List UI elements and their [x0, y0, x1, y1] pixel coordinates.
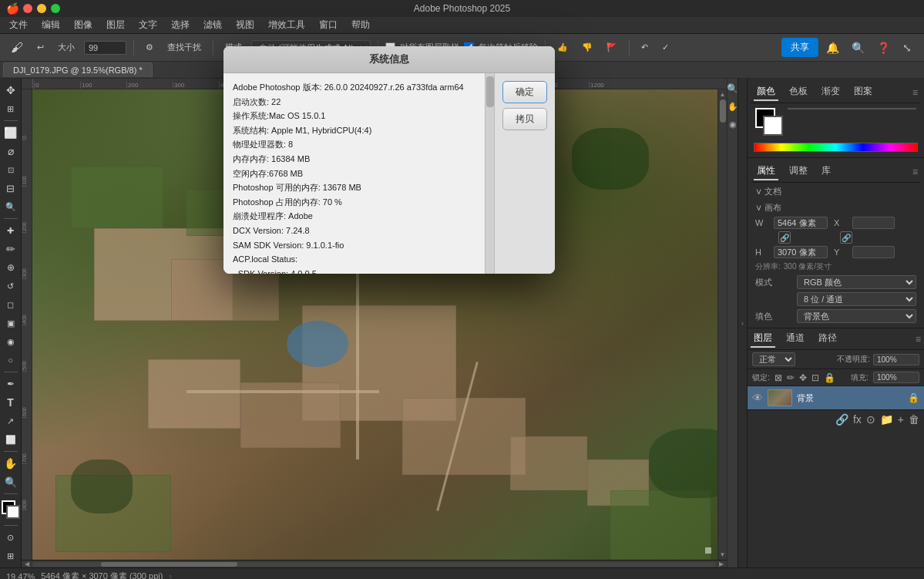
- brush-size-input[interactable]: [84, 41, 126, 55]
- blend-mode-select[interactable]: 正常: [752, 352, 795, 366]
- horizontal-scrollbar[interactable]: ◀ ▶: [22, 560, 727, 567]
- layer-item-background[interactable]: 👁 背景 🔒: [748, 386, 924, 409]
- tab-libraries[interactable]: 库: [818, 163, 834, 180]
- dialog-confirm-btn[interactable]: 确定: [502, 81, 547, 103]
- minimize-button[interactable]: [37, 4, 46, 13]
- mode-select[interactable]: RGB 颜色: [797, 275, 916, 289]
- opacity-input[interactable]: [873, 354, 919, 365]
- tab-swatches[interactable]: 色板: [786, 83, 811, 101]
- flag-btn[interactable]: 🚩: [602, 40, 622, 55]
- menu-view[interactable]: 视图: [230, 17, 260, 33]
- thumb-down-btn[interactable]: 👎: [577, 40, 597, 55]
- history-back-btn[interactable]: ↶: [637, 40, 653, 55]
- eyedropper-tool[interactable]: 🔍: [2, 198, 19, 215]
- spot-heal-tool[interactable]: ✚: [2, 222, 19, 239]
- undo-btn[interactable]: ↩: [32, 40, 49, 55]
- fill-input[interactable]: [873, 372, 919, 383]
- eraser-tool[interactable]: ◻: [2, 296, 19, 313]
- zoom-tool[interactable]: 🔍: [2, 473, 19, 490]
- expand-icon[interactable]: ⤡: [899, 40, 915, 56]
- canvas-icon-3[interactable]: ◉: [727, 118, 738, 131]
- notification-icon[interactable]: 🔔: [823, 40, 842, 56]
- crop-tool[interactable]: ⊟: [2, 180, 19, 197]
- layers-panel-menu[interactable]: ≡: [916, 334, 921, 345]
- tab-channels[interactable]: 通道: [783, 330, 808, 348]
- lock-all-icon[interactable]: 🔒: [824, 372, 835, 383]
- menu-text[interactable]: 文字: [133, 17, 163, 33]
- gradient-tool[interactable]: ▣: [2, 315, 19, 332]
- hscroll-thumb[interactable]: [101, 562, 237, 567]
- layer-mask-btn[interactable]: ⊙: [866, 413, 875, 426]
- hand-tool[interactable]: ✋: [2, 455, 19, 472]
- menu-image[interactable]: 图像: [68, 17, 99, 33]
- share-button[interactable]: 共享: [781, 38, 818, 57]
- maximize-button[interactable]: [51, 4, 60, 13]
- move-tool[interactable]: ✥: [2, 82, 19, 99]
- y-input[interactable]: [852, 246, 895, 258]
- screen-mode-tool[interactable]: ⊞: [2, 547, 19, 564]
- pen-tool[interactable]: ✒: [2, 375, 19, 392]
- menu-select[interactable]: 选择: [165, 17, 196, 33]
- rect-select-tool[interactable]: ⬜: [2, 124, 19, 141]
- menu-edit[interactable]: 编辑: [35, 17, 66, 33]
- layer-link-btn[interactable]: 🔗: [835, 413, 848, 426]
- menu-plugins[interactable]: 增效工具: [262, 17, 311, 33]
- menu-help[interactable]: 帮助: [345, 17, 376, 33]
- lock-aspect[interactable]: 🔗: [840, 231, 852, 244]
- width-input[interactable]: [774, 217, 828, 229]
- properties-panel-menu[interactable]: ≡: [912, 167, 918, 177]
- tab-gradient[interactable]: 渐变: [818, 83, 843, 101]
- object-select-tool[interactable]: ⊡: [2, 161, 19, 178]
- dialog-copy-btn[interactable]: 拷贝: [502, 108, 547, 130]
- brush-tool[interactable]: ✏: [2, 241, 19, 258]
- layer-new-btn[interactable]: +: [898, 413, 904, 426]
- search-icon[interactable]: 🔍: [848, 40, 868, 56]
- menu-window[interactable]: 窗口: [313, 17, 344, 33]
- settings-btn[interactable]: ⚙: [141, 40, 158, 55]
- background-swatch[interactable]: [763, 116, 783, 136]
- layer-delete-btn[interactable]: 🗑: [909, 413, 919, 426]
- color-panel-menu[interactable]: ≡: [912, 87, 918, 98]
- panel-collapse-tab[interactable]: ›: [738, 79, 747, 567]
- menu-filter[interactable]: 滤镜: [197, 17, 228, 33]
- dialog-scrollbar[interactable]: [485, 73, 494, 274]
- tab-paths[interactable]: 路径: [815, 330, 840, 348]
- color-gradient-picker[interactable]: [788, 108, 916, 109]
- layer-visibility-icon[interactable]: 👁: [752, 392, 763, 404]
- color-spectrum-bar[interactable]: [754, 143, 918, 152]
- blur-tool[interactable]: ◉: [2, 333, 19, 350]
- depth-select[interactable]: 8 位 / 通道: [797, 292, 916, 306]
- lock-paint-icon[interactable]: ✏: [787, 372, 795, 383]
- lasso-tool[interactable]: ⌀: [2, 143, 19, 160]
- vertical-scrollbar[interactable]: ▲ ▼: [717, 89, 727, 560]
- history-brush-tool[interactable]: ↺: [2, 278, 19, 295]
- close-button[interactable]: [23, 4, 32, 13]
- dialog-scroll-thumb[interactable]: [486, 76, 494, 107]
- x-input[interactable]: [852, 217, 895, 229]
- background-color[interactable]: [6, 505, 20, 519]
- vscroll-thumb[interactable]: [720, 99, 726, 123]
- help-icon[interactable]: ❓: [874, 40, 893, 56]
- fill-select[interactable]: 背景色: [797, 309, 916, 323]
- type-tool[interactable]: T: [2, 394, 19, 411]
- link-width-height[interactable]: 🔗: [778, 231, 791, 244]
- document-tab[interactable]: DJI_0179.JPG @ 19.5%(RGB/8) *: [3, 62, 153, 77]
- dodge-tool[interactable]: ○: [2, 352, 19, 369]
- tab-adjustments[interactable]: 调整: [786, 163, 811, 180]
- tab-properties[interactable]: 属性: [754, 163, 778, 180]
- tab-layers[interactable]: 图层: [751, 330, 775, 348]
- layer-style-btn[interactable]: fx: [853, 413, 862, 426]
- tab-pattern[interactable]: 图案: [851, 83, 875, 101]
- stamp-tool[interactable]: ⊕: [2, 259, 19, 276]
- height-input[interactable]: [774, 246, 828, 258]
- brush-preset-picker[interactable]: 🖌: [6, 39, 28, 57]
- lock-position-icon[interactable]: ✥: [799, 372, 807, 383]
- lock-artboard-icon[interactable]: ⊡: [811, 372, 819, 383]
- menu-file[interactable]: 文件: [3, 17, 34, 33]
- path-select-tool[interactable]: ↗: [2, 412, 19, 429]
- thumb-up-btn[interactable]: 👍: [553, 40, 573, 55]
- tab-color[interactable]: 颜色: [754, 83, 778, 101]
- artboard-tool[interactable]: ⊞: [2, 100, 19, 117]
- layer-group-btn[interactable]: 📁: [880, 413, 893, 426]
- status-arrow[interactable]: ›: [169, 572, 171, 579]
